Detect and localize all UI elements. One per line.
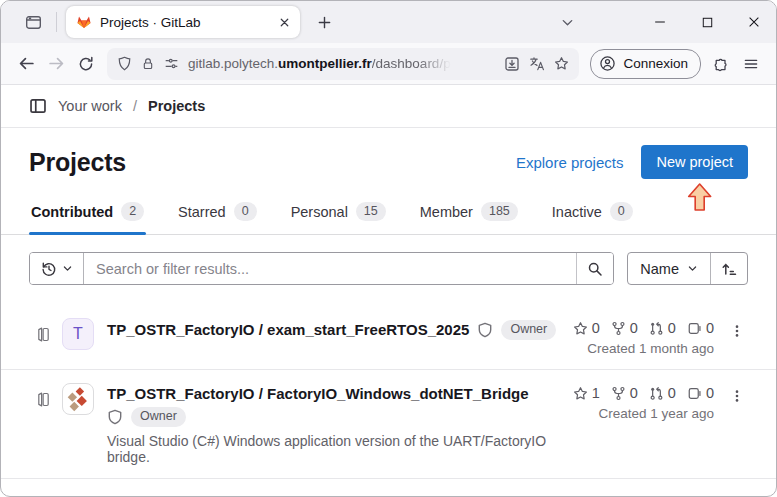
tab-personal[interactable]: Personal 15 (289, 198, 388, 234)
back-icon[interactable] (11, 49, 41, 79)
forks-stat[interactable]: 0 (611, 320, 638, 336)
url-path: /dashboard/pr (372, 56, 455, 71)
project-meta: 0 0 0 0 (573, 317, 748, 356)
tab-label: Personal (291, 204, 348, 220)
new-project-wrap: New project (641, 145, 748, 179)
issues-icon (687, 321, 702, 336)
stars-stat[interactable]: 1 (573, 385, 600, 401)
tracking-shield-icon[interactable] (117, 56, 132, 71)
forks-count: 0 (630, 385, 638, 401)
row-actions-kebab-icon[interactable] (726, 320, 748, 342)
issues-stat[interactable]: 0 (687, 385, 714, 401)
project-avatar[interactable]: T (62, 318, 94, 350)
extensions-icon[interactable] (706, 49, 736, 79)
explore-projects-link[interactable]: Explore projects (516, 154, 624, 171)
tab-count-badge: 15 (356, 202, 386, 221)
breadcrumb-current: Projects (148, 98, 205, 114)
tab-member[interactable]: Member 185 (418, 198, 520, 234)
issues-count: 0 (706, 320, 714, 336)
search-group (29, 252, 614, 285)
shield-icon (477, 322, 493, 338)
new-project-button[interactable]: New project (641, 145, 748, 179)
minimize-button[interactable] (644, 7, 676, 37)
page-title: Projects (29, 148, 126, 177)
project-row[interactable]: T TP_OSTR_FactoryIO / exam_start_FreeRTO… (1, 305, 776, 370)
role-badge: Owner (501, 320, 556, 340)
project-tabs: Contributed 2 Starred 0 Personal 15 Memb… (1, 198, 776, 235)
bookmark-star-icon[interactable] (554, 56, 569, 71)
merge-request-icon (649, 386, 664, 401)
sort-ascending-icon (721, 261, 737, 277)
breadcrumb-separator: / (133, 98, 137, 114)
search-submit-button[interactable] (576, 253, 613, 284)
new-tab-icon[interactable] (310, 8, 338, 36)
firefox-view-icon[interactable] (19, 8, 47, 36)
account-icon (599, 55, 616, 72)
save-page-icon[interactable] (504, 56, 520, 72)
filter-bar: Name (29, 252, 748, 285)
url-bar[interactable]: gitlab.polytech.umontpellier.fr/dashboar… (107, 48, 579, 80)
annotation-arrow-icon (686, 182, 712, 212)
browser-toolbar: gitlab.polytech.umontpellier.fr/dashboar… (1, 43, 776, 85)
close-window-button[interactable] (738, 7, 770, 37)
project-title-link[interactable]: TP_OSTR_FactoryIO / FactoryIO_Windows_do… (107, 385, 529, 402)
breadcrumb-parent[interactable]: Your work (58, 98, 122, 114)
list-all-tabs-icon[interactable] (553, 8, 581, 36)
chevron-down-icon (62, 263, 73, 274)
tab-starred[interactable]: Starred 0 (176, 198, 259, 234)
project-avatar[interactable] (62, 383, 94, 415)
merge-requests-count: 0 (668, 320, 676, 336)
url-text: gitlab.polytech.umontpellier.fr/dashboar… (188, 56, 495, 71)
menu-hamburger-icon[interactable] (736, 49, 766, 79)
forks-stat[interactable]: 0 (611, 385, 638, 401)
sort-field-button[interactable]: Name (628, 253, 711, 284)
sort-direction-button[interactable] (711, 253, 747, 284)
stars-stat[interactable]: 0 (573, 320, 600, 336)
maximize-button[interactable] (691, 7, 723, 37)
project-info: TP_OSTR_FactoryIO / FactoryIO_Windows_do… (107, 382, 573, 465)
browser-tab[interactable]: Projects · GitLab (66, 6, 300, 38)
url-host-domain: umontpellier.fr (278, 56, 372, 71)
merge-requests-stat[interactable]: 0 (649, 385, 676, 401)
project-type-icon (36, 391, 51, 408)
avatar-letter: T (73, 325, 83, 343)
account-login-button[interactable]: Connexion (590, 49, 701, 79)
tab-count-badge: 0 (234, 202, 257, 221)
account-label: Connexion (623, 56, 688, 71)
role-badge: Owner (131, 407, 186, 427)
issues-icon (687, 386, 702, 401)
browser-titlebar: Projects · GitLab (1, 1, 776, 43)
created-timestamp: Created 1 month ago (587, 341, 714, 356)
row-actions-kebab-icon[interactable] (726, 385, 748, 407)
project-meta: 1 0 0 0 (573, 382, 748, 421)
shield-icon (107, 409, 123, 425)
project-row[interactable]: TP_OSTR_FactoryIO / FactoryIO_Windows_do… (1, 370, 776, 479)
tab-contributed[interactable]: Contributed 2 (29, 198, 146, 234)
project-title-link[interactable]: TP_OSTR_FactoryIO / exam_start_FreeRTOS_… (107, 321, 469, 338)
issues-stat[interactable]: 0 (687, 320, 714, 336)
tab-label: Member (420, 204, 473, 220)
permissions-icon[interactable] (164, 56, 179, 71)
issues-count: 0 (706, 385, 714, 401)
search-input[interactable] (84, 253, 576, 284)
sidebar-toggle-icon[interactable] (29, 97, 47, 115)
page-header: Projects Explore projects New project (1, 128, 776, 179)
chevron-down-icon (687, 263, 698, 274)
reload-icon[interactable] (71, 49, 101, 79)
merge-requests-stat[interactable]: 0 (649, 320, 676, 336)
titlebar-separator (56, 12, 57, 32)
tab-title: Projects · GitLab (100, 15, 266, 30)
sort-control: Name (627, 252, 748, 285)
search-history-button[interactable] (30, 253, 84, 284)
tab-close-icon[interactable] (274, 12, 294, 32)
stars-count: 0 (592, 320, 600, 336)
tab-inactive[interactable]: Inactive 0 (550, 198, 635, 234)
stars-count: 1 (592, 385, 600, 401)
tab-count-badge: 2 (121, 202, 144, 221)
lock-icon[interactable] (141, 57, 155, 71)
tab-label: Inactive (552, 204, 602, 220)
star-icon (573, 386, 588, 401)
fork-icon (611, 321, 626, 336)
translate-icon[interactable] (529, 56, 545, 72)
forward-icon[interactable] (41, 49, 71, 79)
